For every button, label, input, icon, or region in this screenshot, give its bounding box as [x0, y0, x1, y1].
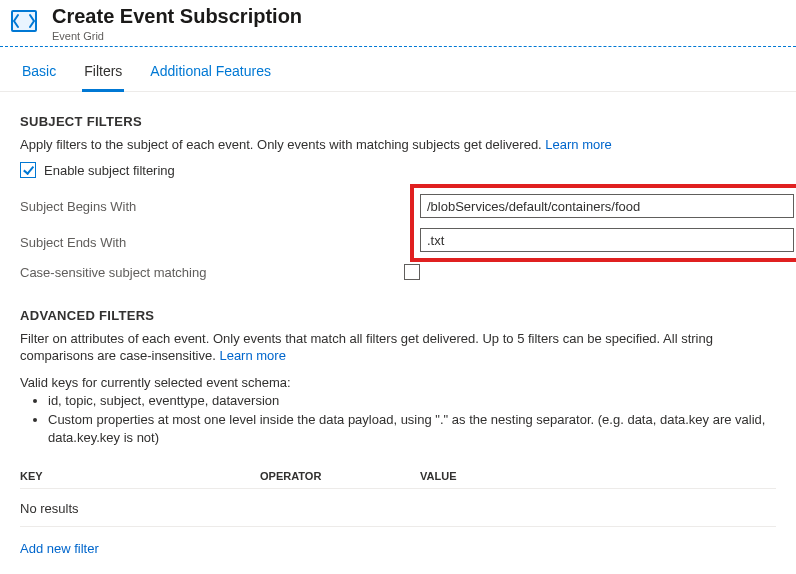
- advanced-filters-heading: ADVANCED FILTERS: [20, 308, 776, 323]
- subject-filters-description: Apply filters to the subject of each eve…: [20, 137, 776, 152]
- page-subtitle: Event Grid: [52, 30, 302, 42]
- table-header: KEY OPERATOR VALUE: [20, 464, 776, 489]
- enable-subject-filtering-checkbox[interactable]: [20, 162, 36, 178]
- tab-additional-features[interactable]: Additional Features: [148, 59, 273, 92]
- valid-keys-list: id, topic, subject, eventtype, dataversi…: [48, 392, 776, 447]
- page-header: Create Event Subscription Event Grid: [0, 0, 796, 44]
- tab-basic[interactable]: Basic: [20, 59, 58, 92]
- subject-ends-with-label: Subject Ends With: [20, 235, 390, 250]
- enable-subject-filtering-label: Enable subject filtering: [44, 163, 175, 178]
- th-value: VALUE: [420, 470, 776, 482]
- event-grid-icon: [4, 4, 44, 40]
- case-sensitive-checkbox[interactable]: [404, 264, 420, 280]
- subject-ends-with-input[interactable]: [420, 228, 794, 252]
- valid-keys-item: id, topic, subject, eventtype, dataversi…: [48, 392, 776, 410]
- page-title: Create Event Subscription: [52, 4, 302, 28]
- th-key: KEY: [20, 470, 260, 482]
- valid-keys-item: Custom properties at most one level insi…: [48, 411, 776, 446]
- svg-rect-0: [12, 11, 36, 31]
- advanced-filters-table: KEY OPERATOR VALUE No results Add new fi…: [20, 464, 776, 560]
- case-sensitive-label: Case-sensitive subject matching: [20, 265, 402, 280]
- subject-begins-with-label: Subject Begins With: [20, 199, 390, 214]
- advanced-learn-more-link[interactable]: Learn more: [219, 348, 285, 363]
- tab-filters[interactable]: Filters: [82, 59, 124, 92]
- advanced-filters-description: Filter on attributes of each event. Only…: [20, 331, 776, 365]
- valid-keys-intro: Valid keys for currently selected event …: [20, 375, 776, 390]
- subject-inputs-highlight: [410, 184, 796, 262]
- th-operator: OPERATOR: [260, 470, 420, 482]
- no-results-row: No results: [20, 489, 776, 527]
- subject-filters-heading: SUBJECT FILTERS: [20, 114, 776, 129]
- add-new-filter-link[interactable]: Add new filter: [20, 527, 776, 560]
- tab-bar: Basic Filters Additional Features: [0, 47, 796, 92]
- subject-begins-with-input[interactable]: [420, 194, 794, 218]
- subject-learn-more-link[interactable]: Learn more: [545, 137, 611, 152]
